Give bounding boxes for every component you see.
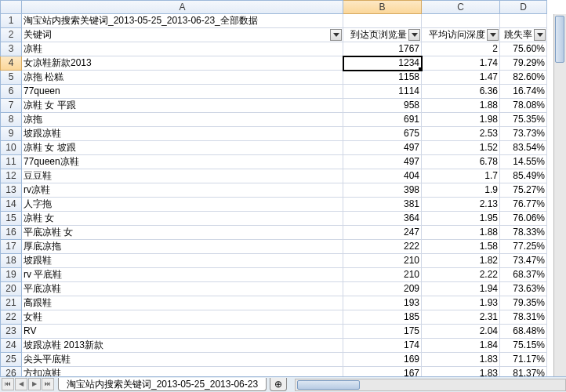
cell-B25[interactable]: 169 [343, 353, 422, 367]
cell-B4[interactable]: 1234 [343, 56, 422, 71]
cell-B24[interactable]: 174 [343, 339, 422, 353]
cell-B11[interactable]: 497 [343, 155, 422, 169]
cell-B16[interactable]: 247 [343, 226, 422, 240]
cell-C25[interactable]: 1.83 [422, 353, 500, 367]
cell-C9[interactable]: 2.53 [422, 127, 500, 141]
cell-A14[interactable]: 人字拖 [22, 198, 343, 212]
cell-B13[interactable]: 398 [343, 183, 422, 198]
cell-A11[interactable]: 77queen凉鞋 [22, 155, 343, 169]
cell-C24[interactable]: 1.84 [422, 339, 500, 353]
row-header[interactable]: 21 [0, 296, 22, 310]
cell-D9[interactable]: 73.73% [500, 127, 547, 141]
cell-A24[interactable]: 坡跟凉鞋 2013新款 [22, 339, 343, 353]
cell-D10[interactable]: 83.54% [500, 141, 547, 155]
column-header-C[interactable]: C [422, 0, 500, 14]
cell-A3[interactable]: 凉鞋 [22, 42, 343, 56]
cell-A9[interactable]: 坡跟凉鞋 [22, 127, 343, 141]
cell-A19[interactable]: rv 平底鞋 [22, 268, 343, 282]
filter-dropdown-icon[interactable] [534, 29, 546, 41]
cell-C17[interactable]: 1.58 [422, 240, 500, 254]
cell-A6[interactable]: 77queen [22, 85, 343, 99]
cell-C2[interactable]: 平均访问深度 [422, 28, 500, 42]
row-header[interactable]: 15 [0, 212, 22, 226]
filter-dropdown-icon[interactable] [408, 29, 420, 41]
cell-A23[interactable]: RV [22, 325, 343, 339]
cell-D3[interactable]: 75.60% [500, 42, 547, 56]
column-header-D[interactable]: D [500, 0, 547, 14]
cell-C16[interactable]: 1.88 [422, 226, 500, 240]
row-header[interactable]: 18 [0, 254, 22, 268]
cell-D2[interactable]: 跳失率 [500, 28, 547, 42]
cell-A17[interactable]: 厚底凉拖 [22, 240, 343, 254]
cell-C1[interactable] [422, 14, 500, 28]
row-header[interactable]: 1 [0, 14, 22, 28]
cell-A20[interactable]: 平底凉鞋 [22, 282, 343, 296]
cell-D7[interactable]: 78.08% [500, 99, 547, 113]
row-header[interactable]: 7 [0, 99, 22, 113]
cell-C8[interactable]: 1.98 [422, 113, 500, 127]
cell-D17[interactable]: 77.25% [500, 240, 547, 254]
column-header-A[interactable]: A [22, 0, 343, 14]
cell-D5[interactable]: 82.60% [500, 71, 547, 85]
cell-A16[interactable]: 平底凉鞋 女 [22, 226, 343, 240]
sheet-tab-insert[interactable]: ⊕ [270, 378, 287, 391]
cell-D15[interactable]: 76.06% [500, 212, 547, 226]
cell-B18[interactable]: 210 [343, 254, 422, 268]
row-header[interactable]: 24 [0, 339, 22, 353]
row-header[interactable]: 12 [0, 169, 22, 183]
row-header[interactable]: 9 [0, 127, 22, 141]
row-header[interactable]: 11 [0, 155, 22, 169]
column-header-B[interactable]: B [343, 0, 422, 14]
cell-C12[interactable]: 1.7 [422, 169, 500, 183]
row-header[interactable]: 2 [0, 28, 22, 42]
cell-B19[interactable]: 210 [343, 268, 422, 282]
row-header[interactable]: 19 [0, 268, 22, 282]
row-header[interactable]: 23 [0, 325, 22, 339]
cell-B20[interactable]: 209 [343, 282, 422, 296]
cell-C6[interactable]: 6.36 [422, 85, 500, 99]
cell-A2[interactable]: 关键词 [22, 28, 343, 42]
cell-D22[interactable]: 78.31% [500, 310, 547, 325]
cell-C14[interactable]: 2.13 [422, 198, 500, 212]
cell-C4[interactable]: 1.74 [422, 56, 500, 71]
cell-C20[interactable]: 1.94 [422, 282, 500, 296]
filter-dropdown-icon[interactable] [330, 29, 342, 41]
sheet-nav-next[interactable]: ▶ [28, 378, 41, 390]
row-header[interactable]: 17 [0, 240, 22, 254]
row-header[interactable]: 4 [0, 56, 22, 71]
cell-B10[interactable]: 497 [343, 141, 422, 155]
row-header[interactable]: 10 [0, 141, 22, 155]
cell-A1[interactable]: 淘宝站内搜索关键词_2013-05-25_2013-06-23_全部数据 [22, 14, 343, 28]
cell-B6[interactable]: 1114 [343, 85, 422, 99]
cell-A8[interactable]: 凉拖 [22, 113, 343, 127]
cell-D19[interactable]: 68.37% [500, 268, 547, 282]
cell-C10[interactable]: 1.52 [422, 141, 500, 155]
cell-C11[interactable]: 6.78 [422, 155, 500, 169]
row-header[interactable]: 25 [0, 353, 22, 367]
row-header[interactable]: 16 [0, 226, 22, 240]
cell-B2[interactable]: 到达页浏览量 [343, 28, 422, 42]
cell-A25[interactable]: 尖头平底鞋 [22, 353, 343, 367]
cell-C23[interactable]: 2.04 [422, 325, 500, 339]
cell-C22[interactable]: 2.31 [422, 310, 500, 325]
cell-D8[interactable]: 75.35% [500, 113, 547, 127]
cell-B15[interactable]: 364 [343, 212, 422, 226]
cell-A21[interactable]: 高跟鞋 [22, 296, 343, 310]
cell-A12[interactable]: 豆豆鞋 [22, 169, 343, 183]
cell-C7[interactable]: 1.88 [422, 99, 500, 113]
sheet-tab-active[interactable]: 淘宝站内搜索关键词_2013-05-25_2013-06-23 [58, 378, 267, 391]
cell-B21[interactable]: 193 [343, 296, 422, 310]
cell-D4[interactable]: 79.29% [500, 56, 547, 71]
row-header[interactable]: 13 [0, 183, 22, 198]
cell-B17[interactable]: 222 [343, 240, 422, 254]
cell-B1[interactable] [343, 14, 422, 28]
cell-C19[interactable]: 2.22 [422, 268, 500, 282]
cell-D1[interactable] [500, 14, 547, 28]
vscroll-thumb[interactable] [555, 16, 564, 63]
cell-D14[interactable]: 76.77% [500, 198, 547, 212]
cell-C5[interactable]: 1.47 [422, 71, 500, 85]
cell-B12[interactable]: 404 [343, 169, 422, 183]
cell-B23[interactable]: 175 [343, 325, 422, 339]
cell-D12[interactable]: 85.49% [500, 169, 547, 183]
row-header[interactable]: 14 [0, 198, 22, 212]
